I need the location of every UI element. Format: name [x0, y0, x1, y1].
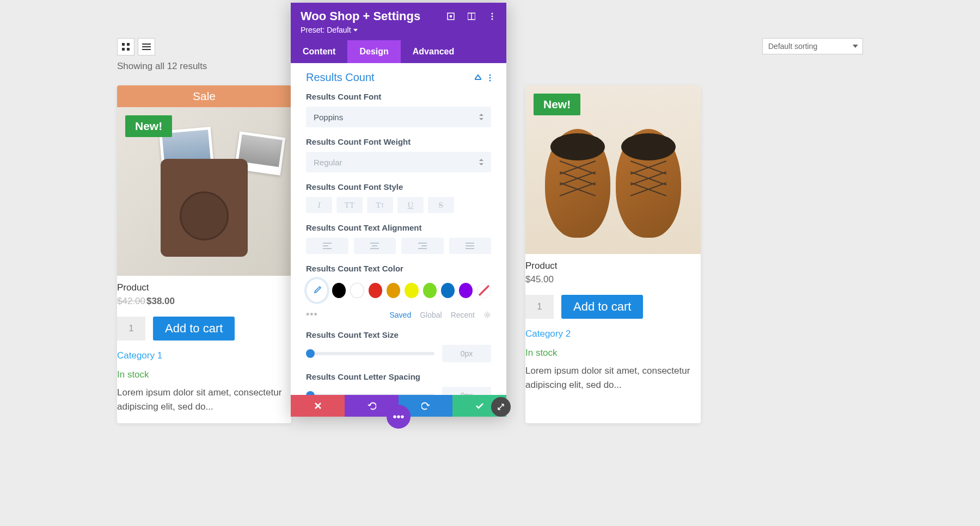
weight-field-label: Results Count Font Weight: [306, 137, 491, 146]
panel-header: Woo Shop + Settings Preset: Default: [291, 3, 506, 40]
svg-point-15: [489, 77, 491, 78]
size-slider[interactable]: [306, 352, 434, 355]
undo-icon: [367, 401, 376, 410]
view-toggle-group: [117, 38, 207, 55]
more-icon[interactable]: [489, 74, 491, 82]
section-title: Results Count: [306, 71, 375, 84]
color-swatch-purple[interactable]: [459, 283, 473, 298]
quantity-input[interactable]: [525, 295, 554, 319]
more-actions-fab[interactable]: •••: [387, 405, 411, 429]
color-swatch-blue[interactable]: [441, 283, 455, 298]
font-select[interactable]: Poppins: [306, 107, 491, 127]
current-price: $45.00: [525, 274, 554, 284]
slider-thumb[interactable]: [306, 391, 315, 395]
more-colors-icon[interactable]: •••: [306, 309, 318, 320]
product-price: $42.00$38.00: [117, 296, 291, 307]
color-swatch-green[interactable]: [423, 283, 437, 298]
chevron-up-icon[interactable]: [475, 74, 481, 81]
grid-view-button[interactable]: [117, 38, 134, 55]
align-field-label: Results Count Text Alignment: [306, 223, 491, 232]
align-justify-button[interactable]: [449, 238, 492, 254]
category-link[interactable]: Category 1: [117, 350, 291, 361]
italic-button[interactable]: I: [306, 197, 332, 213]
product-image[interactable]: New!: [117, 107, 291, 276]
uppercase-button[interactable]: TT: [336, 197, 363, 213]
close-icon: [314, 402, 322, 410]
expand-icon[interactable]: [446, 12, 455, 21]
color-swatch-yellow[interactable]: [405, 283, 418, 298]
tab-content[interactable]: Content: [291, 40, 347, 63]
color-tab-saved[interactable]: Saved: [389, 311, 411, 319]
tab-advanced[interactable]: Advanced: [401, 40, 466, 63]
color-swatch-orange[interactable]: [387, 283, 400, 298]
color-swatch-red[interactable]: [369, 283, 382, 298]
font-field-label: Results Count Font: [306, 92, 491, 101]
tab-design[interactable]: Design: [347, 40, 400, 63]
color-palette: [306, 279, 491, 302]
color-field-label: Results Count Text Color: [306, 264, 491, 273]
cancel-button[interactable]: [291, 395, 345, 417]
category-link[interactable]: Category 2: [525, 329, 701, 339]
chevron-down-icon: [353, 29, 358, 32]
resize-handle[interactable]: [491, 397, 511, 417]
sort-dropdown[interactable]: Default sorting: [762, 38, 863, 54]
color-swatch-none[interactable]: [477, 283, 491, 298]
color-swatch-black[interactable]: [332, 283, 346, 298]
color-tab-recent[interactable]: Recent: [451, 311, 475, 319]
new-badge: New!: [125, 115, 172, 137]
align-center-button[interactable]: [354, 238, 396, 254]
add-to-cart-button[interactable]: Add to cart: [561, 295, 643, 319]
product-description: Lorem ipsum dolor sit amet, consectetur …: [117, 386, 291, 413]
svg-point-16: [489, 79, 491, 81]
sale-badge: Sale: [117, 85, 291, 107]
cart-row: Add to cart: [525, 295, 701, 319]
eyedropper-icon: [312, 286, 322, 295]
list-icon: [142, 43, 151, 51]
color-swatch-white[interactable]: [350, 283, 364, 298]
weight-select[interactable]: Regular: [306, 152, 491, 172]
color-tab-global[interactable]: Global: [420, 311, 442, 319]
product-description: Lorem ipsum dolor sit amet, consectetur …: [525, 364, 701, 392]
product-card: New! Product $45.00 Add to cart Category…: [525, 85, 701, 423]
add-to-cart-button[interactable]: Add to cart: [153, 317, 235, 341]
svg-point-11: [492, 13, 493, 15]
columns-icon[interactable]: [467, 12, 476, 21]
section-header[interactable]: Results Count: [291, 63, 506, 92]
size-slider-row: [306, 345, 491, 362]
more-icon[interactable]: [488, 12, 497, 21]
panel-body: Results Count Results Count Font Poppins…: [291, 63, 506, 395]
quantity-input[interactable]: [117, 317, 145, 341]
panel-title: Woo Shop + Settings: [301, 9, 420, 23]
section-actions: [475, 74, 491, 82]
preset-dropdown[interactable]: Preset: Default: [301, 26, 358, 34]
stock-status: In stock: [525, 348, 701, 358]
spacing-value-input[interactable]: [442, 387, 491, 395]
product-info: Product $42.00$38.00 Add to cart Categor…: [117, 276, 291, 423]
gear-icon[interactable]: [483, 311, 491, 319]
list-view-button[interactable]: [138, 38, 155, 55]
product-image[interactable]: New!: [525, 85, 701, 254]
align-left-button[interactable]: [306, 238, 348, 254]
size-field-label: Results Count Text Size: [306, 330, 491, 339]
product-price: $45.00: [525, 274, 701, 285]
svg-rect-8: [450, 15, 452, 17]
svg-rect-2: [122, 48, 125, 51]
current-price: $38.00: [146, 296, 175, 306]
color-picker-button[interactable]: [306, 279, 328, 302]
svg-rect-1: [127, 43, 130, 46]
size-value-input[interactable]: [442, 345, 491, 362]
svg-point-14: [489, 74, 491, 76]
product-info: Product $45.00 Add to cart Category 2 In…: [525, 254, 701, 401]
slider-thumb[interactable]: [306, 349, 315, 358]
smallcaps-button[interactable]: TT: [367, 197, 393, 213]
align-right-button[interactable]: [401, 238, 444, 254]
svg-point-12: [492, 16, 493, 17]
underline-button[interactable]: U: [397, 197, 424, 213]
strikethrough-button[interactable]: S: [428, 197, 454, 213]
svg-point-13: [492, 18, 493, 20]
panel-title-row: Woo Shop + Settings: [301, 9, 497, 23]
stock-status: In stock: [117, 369, 291, 380]
spacing-field-label: Results Count Letter Spacing: [306, 372, 491, 381]
panel-footer: •••: [291, 395, 506, 417]
new-badge: New!: [534, 94, 580, 115]
